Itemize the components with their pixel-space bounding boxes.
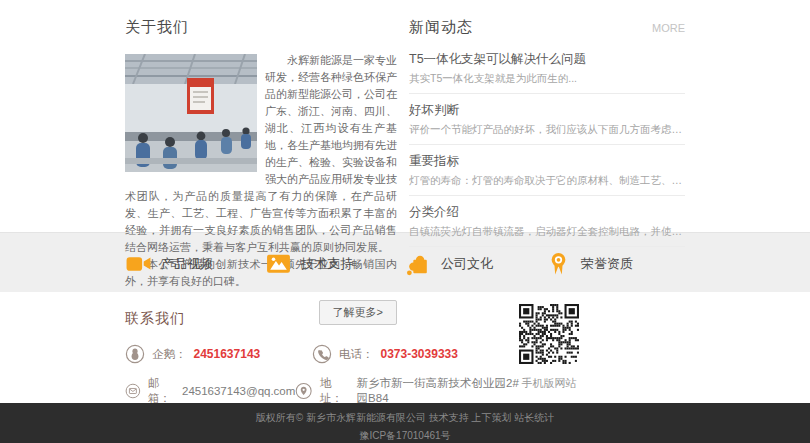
photo-icon bbox=[265, 250, 292, 277]
contact-address: 地址： 新乡市新一街高新技术创业园2#园B84 bbox=[295, 376, 525, 406]
qr-caption: 手机版网站 bbox=[518, 376, 580, 391]
news-item[interactable]: 好坏判断 评价一个节能灯产品的好坏，我们应该从下面几方面考虑：安全性！安全性包括… bbox=[409, 94, 685, 145]
feature-tech-support[interactable]: 技术支持 bbox=[265, 250, 405, 277]
feature-product-video[interactable]: 产品视频 bbox=[125, 250, 265, 277]
copyright-line: 版权所有© 新乡市永辉新能源有限公司 技术支持 上下策划 站长统计 bbox=[0, 411, 810, 425]
feature-honors[interactable]: 荣誉资质 bbox=[545, 250, 685, 277]
contact-email: 邮箱： 2451637143@qq.com bbox=[125, 376, 295, 406]
news-item-desc: 评价一个节能灯产品的好坏，我们应该从下面几方面考虑：安全性！安全性包括以下几个 bbox=[409, 123, 685, 137]
qq-label: 企鹅： bbox=[152, 347, 187, 362]
top-section: 关于我们 bbox=[0, 0, 810, 232]
about-section: 关于我们 bbox=[125, 18, 397, 325]
feature-company-culture[interactable]: 公司文化 bbox=[405, 250, 545, 277]
phone-icon bbox=[312, 344, 332, 364]
news-item-title: 分类介绍 bbox=[409, 204, 685, 221]
qr-block: 手机版网站 bbox=[518, 304, 580, 391]
qr-code bbox=[519, 304, 579, 364]
phone-value: 0373-3039333 bbox=[381, 347, 458, 361]
contact-qq: 企鹅： 2451637143 bbox=[125, 344, 312, 364]
factory-photo bbox=[125, 54, 257, 172]
contact-title: 联系我们 bbox=[125, 310, 685, 328]
contact-section: 联系我们 企鹅： 2451637143 bbox=[0, 292, 810, 403]
phone-label: 电话： bbox=[339, 347, 374, 362]
news-more-link[interactable]: MORE bbox=[652, 22, 685, 34]
page: 关于我们 bbox=[0, 0, 810, 443]
qq-icon bbox=[125, 344, 145, 364]
video-icon bbox=[125, 250, 152, 277]
about-title: 关于我们 bbox=[125, 18, 397, 37]
feature-label: 公司文化 bbox=[441, 255, 493, 273]
news-item-desc: 其实T5一体化支架就是为此而生的... bbox=[409, 72, 685, 86]
news-item-desc: 灯管的寿命：灯管的寿命取决于它的原材料、制造工艺、制造设备、以及质量控制及保证体… bbox=[409, 174, 685, 188]
news-item[interactable]: T5一体化支架可以解决什么问题 其实T5一体化支架就是为此而生的... bbox=[409, 43, 685, 94]
puzzle-icon bbox=[405, 250, 432, 277]
contact-grid: 企鹅： 2451637143 电话： 0373-3039333 bbox=[125, 344, 525, 406]
news-item-title: T5一体化支架可以解决什么问题 bbox=[409, 51, 685, 68]
address-value: 新乡市新一街高新技术创业园2#园B84 bbox=[357, 376, 525, 406]
address-label: 地址： bbox=[320, 376, 350, 406]
news-item[interactable]: 重要指标 灯管的寿命：灯管的寿命取决于它的原材料、制造工艺、制造设备、以及质量控… bbox=[409, 145, 685, 196]
medal-icon bbox=[545, 250, 572, 277]
contact-phone: 电话： 0373-3039333 bbox=[312, 344, 458, 364]
icp-line: 豫ICP备17010461号 bbox=[0, 429, 810, 443]
email-label: 邮箱： bbox=[148, 376, 175, 406]
qq-value: 2451637143 bbox=[194, 347, 261, 361]
news-list: T5一体化支架可以解决什么问题 其实T5一体化支架就是为此而生的... 好坏判断… bbox=[409, 43, 685, 247]
news-section: 新闻动态 MORE T5一体化支架可以解决什么问题 其实T5一体化支架就是为此而… bbox=[409, 18, 685, 325]
feature-label: 技术支持 bbox=[301, 255, 353, 273]
news-title: 新闻动态 bbox=[409, 18, 473, 37]
feature-label: 产品视频 bbox=[161, 255, 213, 273]
news-item-title: 重要指标 bbox=[409, 153, 685, 170]
location-pin-icon bbox=[295, 381, 312, 401]
email-value: 2451637143@qq.com bbox=[182, 385, 295, 397]
feature-label: 荣誉资质 bbox=[581, 255, 633, 273]
mail-icon bbox=[125, 381, 141, 401]
footer: 版权所有© 新乡市永辉新能源有限公司 技术支持 上下策划 站长统计 豫ICP备1… bbox=[0, 403, 810, 443]
news-item-title: 好坏判断 bbox=[409, 102, 685, 119]
